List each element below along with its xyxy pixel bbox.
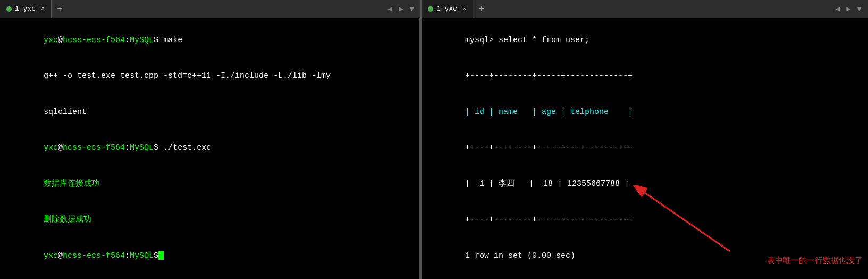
left-cmd-2: ./test.exe bbox=[158, 143, 211, 152]
right-nav-dropdown[interactable]: ▼ bbox=[855, 4, 864, 14]
right-line-4: +----+--------+-----+-------------+ bbox=[427, 130, 863, 167]
right-line-2: +----+--------+-----+-------------+ bbox=[427, 59, 863, 95]
annotation-container: 表中唯一的一行数据也没了 bbox=[767, 256, 863, 266]
left-cursor bbox=[158, 251, 164, 260]
left-line-6: 删除数据成功 bbox=[5, 202, 414, 239]
right-line-3: | id | name | age | telphone | bbox=[427, 94, 863, 130]
left-prompt-host-1: hcss-ecs-f564 bbox=[63, 36, 125, 45]
left-prompt-path-1: MySQL bbox=[130, 36, 154, 45]
left-nav-dropdown[interactable]: ▼ bbox=[408, 4, 416, 14]
left-tab-1[interactable]: 1 yxc × bbox=[0, 0, 52, 18]
right-nav-prev[interactable]: ◀ bbox=[833, 3, 842, 14]
right-mysql-prompt-1: mysql> bbox=[465, 36, 494, 45]
left-prompt-host-2: hcss-ecs-f564 bbox=[63, 143, 125, 152]
right-tab-1[interactable]: 1 yxc × bbox=[422, 0, 473, 18]
left-prompt-path-2: MySQL bbox=[130, 143, 154, 152]
left-prompt-user-2: yxc bbox=[44, 143, 58, 152]
left-tab-bar: 1 yxc × + ◀ ▶ ▼ bbox=[0, 0, 420, 18]
left-terminal: yxc@hcss-ecs-f564:MySQL$ make g++ -o tes… bbox=[0, 18, 420, 279]
left-tab-add[interactable]: + bbox=[52, 0, 68, 18]
right-tab-close[interactable]: × bbox=[462, 5, 466, 13]
right-tab-add[interactable]: + bbox=[473, 0, 490, 18]
svg-line-1 bbox=[645, 193, 730, 251]
left-line-2: g++ -o test.exe test.cpp -std=c++11 -I./… bbox=[5, 59, 414, 95]
left-prompt-user-1: yxc bbox=[44, 36, 58, 45]
annotation-text: 表中唯一的一行数据也没了 bbox=[767, 256, 863, 265]
left-prompt-host-3: hcss-ecs-f564 bbox=[63, 251, 125, 260]
left-tab-dot bbox=[6, 6, 12, 12]
right-tab-dot bbox=[428, 6, 433, 12]
left-tab-label: 1 yxc bbox=[15, 5, 36, 13]
right-nav-next[interactable]: ▶ bbox=[844, 3, 853, 14]
left-line-5: 数据库连接成功 bbox=[5, 166, 414, 202]
right-tab-nav: ◀ ▶ ▼ bbox=[829, 3, 868, 14]
left-success-1: 数据库连接成功 bbox=[44, 179, 99, 188]
left-nav-prev[interactable]: ◀ bbox=[386, 3, 394, 14]
annotation-arrow bbox=[623, 185, 740, 254]
left-line-3: sqlclient bbox=[5, 94, 414, 130]
left-tab-close[interactable]: × bbox=[41, 5, 45, 13]
left-prompt-path-3: MySQL bbox=[130, 251, 154, 260]
left-prompt-user-3: yxc bbox=[44, 251, 58, 260]
left-line-1: yxc@hcss-ecs-f564:MySQL$ make bbox=[5, 22, 414, 59]
right-line-8 bbox=[427, 274, 863, 280]
left-cmd-1: make bbox=[158, 36, 182, 45]
right-tab-bar: 1 yxc × + ◀ ▶ ▼ bbox=[422, 0, 868, 18]
right-line-1: mysql> select * from user; bbox=[427, 22, 863, 59]
right-tab-label: 1 yxc bbox=[436, 5, 457, 13]
left-nav-next[interactable]: ▶ bbox=[397, 3, 405, 14]
left-tab-nav: ◀ ▶ ▼ bbox=[382, 3, 420, 14]
left-success-2: 删除数据成功 bbox=[44, 215, 91, 224]
left-line-4: yxc@hcss-ecs-f564:MySQL$ ./test.exe bbox=[5, 130, 414, 167]
left-line-7: yxc@hcss-ecs-f564:MySQL$ bbox=[5, 238, 414, 274]
right-terminal: mysql> select * from user; +----+-------… bbox=[422, 18, 868, 279]
